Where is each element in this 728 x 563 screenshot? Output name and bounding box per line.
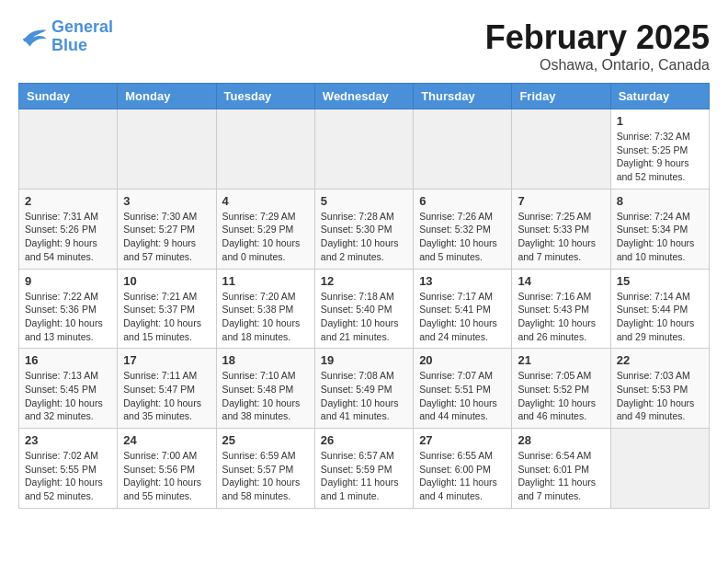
day-number: 28	[518, 433, 604, 447]
table-row: 12Sunrise: 7:18 AM Sunset: 5:40 PM Dayli…	[314, 269, 413, 349]
day-number: 1	[617, 114, 703, 128]
day-info: Sunrise: 7:26 AM Sunset: 5:32 PM Dayligh…	[419, 210, 506, 264]
calendar-title: February 2025	[485, 18, 710, 57]
calendar-week-3: 9Sunrise: 7:22 AM Sunset: 5:36 PM Daylig…	[19, 269, 710, 349]
weekday-header-wednesday: Wednesday	[314, 84, 413, 109]
day-info: Sunrise: 7:08 AM Sunset: 5:49 PM Dayligh…	[321, 369, 407, 423]
weekday-header-tuesday: Tuesday	[216, 84, 314, 109]
day-number: 19	[321, 353, 407, 367]
table-row	[414, 109, 512, 190]
day-number: 23	[25, 433, 111, 447]
day-info: Sunrise: 7:28 AM Sunset: 5:30 PM Dayligh…	[321, 210, 407, 264]
table-row: 6Sunrise: 7:26 AM Sunset: 5:32 PM Daylig…	[414, 189, 512, 269]
day-info: Sunrise: 7:16 AM Sunset: 5:43 PM Dayligh…	[518, 290, 604, 344]
day-number: 22	[617, 353, 703, 367]
table-row: 11Sunrise: 7:20 AM Sunset: 5:38 PM Dayli…	[216, 269, 314, 349]
table-row	[314, 109, 413, 190]
day-number: 13	[419, 274, 506, 288]
table-row: 14Sunrise: 7:16 AM Sunset: 5:43 PM Dayli…	[512, 269, 610, 349]
calendar-week-2: 2Sunrise: 7:31 AM Sunset: 5:26 PM Daylig…	[19, 189, 710, 269]
table-row: 27Sunrise: 6:55 AM Sunset: 6:00 PM Dayli…	[414, 429, 512, 509]
table-row	[512, 109, 610, 190]
weekday-header-row: SundayMondayTuesdayWednesdayThursdayFrid…	[19, 84, 710, 109]
day-number: 2	[25, 194, 111, 208]
table-row: 13Sunrise: 7:17 AM Sunset: 5:41 PM Dayli…	[414, 269, 512, 349]
day-info: Sunrise: 7:29 AM Sunset: 5:29 PM Dayligh…	[222, 210, 309, 264]
day-info: Sunrise: 7:11 AM Sunset: 5:47 PM Dayligh…	[123, 369, 210, 423]
table-row: 3Sunrise: 7:30 AM Sunset: 5:27 PM Daylig…	[118, 189, 216, 269]
table-row	[19, 109, 118, 190]
day-number: 9	[25, 274, 111, 288]
table-row: 16Sunrise: 7:13 AM Sunset: 5:45 PM Dayli…	[19, 349, 118, 429]
logo: General Blue	[18, 18, 113, 55]
logo-text: General Blue	[51, 18, 113, 55]
table-row: 2Sunrise: 7:31 AM Sunset: 5:26 PM Daylig…	[19, 189, 118, 269]
logo-bird-icon	[18, 24, 48, 50]
day-number: 17	[123, 353, 210, 367]
day-info: Sunrise: 7:18 AM Sunset: 5:40 PM Dayligh…	[321, 290, 407, 344]
logo-line1: General	[51, 17, 113, 36]
calendar-week-4: 16Sunrise: 7:13 AM Sunset: 5:45 PM Dayli…	[19, 349, 710, 429]
day-number: 18	[222, 353, 309, 367]
table-row	[610, 429, 709, 509]
day-info: Sunrise: 7:00 AM Sunset: 5:56 PM Dayligh…	[123, 449, 210, 503]
table-row: 28Sunrise: 6:54 AM Sunset: 6:01 PM Dayli…	[512, 429, 610, 509]
table-row: 8Sunrise: 7:24 AM Sunset: 5:34 PM Daylig…	[610, 189, 709, 269]
calendar-week-5: 23Sunrise: 7:02 AM Sunset: 5:55 PM Dayli…	[19, 429, 710, 509]
day-number: 21	[518, 353, 604, 367]
calendar-week-1: 1Sunrise: 7:32 AM Sunset: 5:25 PM Daylig…	[19, 109, 710, 190]
weekday-header-saturday: Saturday	[610, 84, 709, 109]
day-number: 20	[419, 353, 506, 367]
table-row: 9Sunrise: 7:22 AM Sunset: 5:36 PM Daylig…	[19, 269, 118, 349]
day-number: 12	[321, 274, 407, 288]
day-number: 14	[518, 274, 604, 288]
title-block: February 2025 Oshawa, Ontario, Canada	[485, 18, 710, 74]
table-row: 22Sunrise: 7:03 AM Sunset: 5:53 PM Dayli…	[610, 349, 709, 429]
calendar-table: SundayMondayTuesdayWednesdayThursdayFrid…	[18, 83, 710, 509]
day-info: Sunrise: 7:20 AM Sunset: 5:38 PM Dayligh…	[222, 290, 309, 344]
weekday-header-monday: Monday	[118, 84, 216, 109]
day-number: 7	[518, 194, 604, 208]
day-info: Sunrise: 7:03 AM Sunset: 5:53 PM Dayligh…	[617, 369, 703, 423]
day-info: Sunrise: 7:21 AM Sunset: 5:37 PM Dayligh…	[123, 290, 210, 344]
weekday-header-thursday: Thursday	[414, 84, 512, 109]
day-info: Sunrise: 6:55 AM Sunset: 6:00 PM Dayligh…	[419, 449, 506, 503]
table-row: 20Sunrise: 7:07 AM Sunset: 5:51 PM Dayli…	[414, 349, 512, 429]
page-header: General Blue February 2025 Oshawa, Ontar…	[18, 18, 710, 74]
table-row: 4Sunrise: 7:29 AM Sunset: 5:29 PM Daylig…	[216, 189, 314, 269]
table-row	[118, 109, 216, 190]
table-row: 18Sunrise: 7:10 AM Sunset: 5:48 PM Dayli…	[216, 349, 314, 429]
table-row: 23Sunrise: 7:02 AM Sunset: 5:55 PM Dayli…	[19, 429, 118, 509]
table-row	[216, 109, 314, 190]
table-row: 17Sunrise: 7:11 AM Sunset: 5:47 PM Dayli…	[118, 349, 216, 429]
day-number: 16	[25, 353, 111, 367]
day-info: Sunrise: 7:22 AM Sunset: 5:36 PM Dayligh…	[25, 290, 111, 344]
day-info: Sunrise: 7:13 AM Sunset: 5:45 PM Dayligh…	[25, 369, 111, 423]
day-info: Sunrise: 7:05 AM Sunset: 5:52 PM Dayligh…	[518, 369, 604, 423]
weekday-header-friday: Friday	[512, 84, 610, 109]
table-row: 25Sunrise: 6:59 AM Sunset: 5:57 PM Dayli…	[216, 429, 314, 509]
day-info: Sunrise: 6:57 AM Sunset: 5:59 PM Dayligh…	[321, 449, 407, 503]
day-info: Sunrise: 7:07 AM Sunset: 5:51 PM Dayligh…	[419, 369, 506, 423]
day-info: Sunrise: 7:02 AM Sunset: 5:55 PM Dayligh…	[25, 449, 111, 503]
day-info: Sunrise: 7:25 AM Sunset: 5:33 PM Dayligh…	[518, 210, 604, 264]
day-number: 10	[123, 274, 210, 288]
table-row: 7Sunrise: 7:25 AM Sunset: 5:33 PM Daylig…	[512, 189, 610, 269]
day-number: 6	[419, 194, 506, 208]
day-number: 24	[123, 433, 210, 447]
day-number: 5	[321, 194, 407, 208]
day-info: Sunrise: 7:17 AM Sunset: 5:41 PM Dayligh…	[419, 290, 506, 344]
day-info: Sunrise: 6:54 AM Sunset: 6:01 PM Dayligh…	[518, 449, 604, 503]
table-row: 24Sunrise: 7:00 AM Sunset: 5:56 PM Dayli…	[118, 429, 216, 509]
day-number: 4	[222, 194, 309, 208]
day-info: Sunrise: 7:32 AM Sunset: 5:25 PM Dayligh…	[617, 130, 703, 184]
day-info: Sunrise: 7:24 AM Sunset: 5:34 PM Dayligh…	[617, 210, 703, 264]
table-row: 5Sunrise: 7:28 AM Sunset: 5:30 PM Daylig…	[314, 189, 413, 269]
table-row: 10Sunrise: 7:21 AM Sunset: 5:37 PM Dayli…	[118, 269, 216, 349]
day-info: Sunrise: 7:14 AM Sunset: 5:44 PM Dayligh…	[617, 290, 703, 344]
day-number: 27	[419, 433, 506, 447]
table-row: 21Sunrise: 7:05 AM Sunset: 5:52 PM Dayli…	[512, 349, 610, 429]
day-info: Sunrise: 7:31 AM Sunset: 5:26 PM Dayligh…	[25, 210, 111, 264]
day-number: 25	[222, 433, 309, 447]
table-row: 1Sunrise: 7:32 AM Sunset: 5:25 PM Daylig…	[610, 109, 709, 190]
